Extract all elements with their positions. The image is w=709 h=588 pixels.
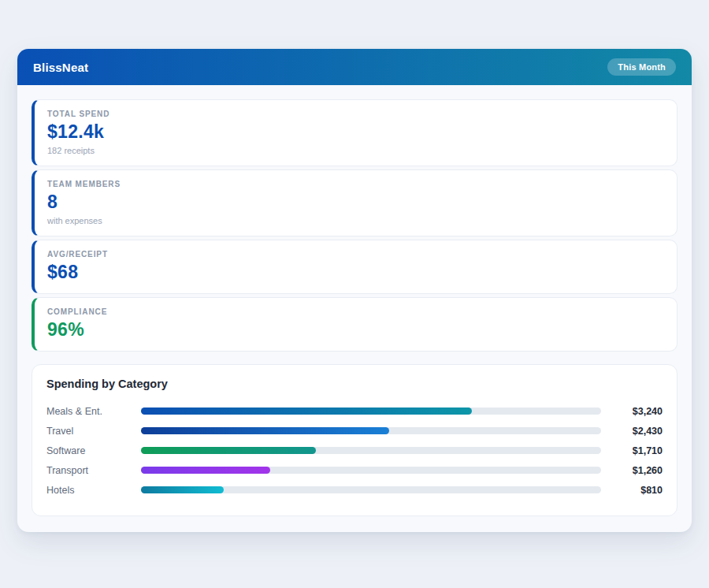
stat-card-team-members: TEAM MEMBERS 8 with expenses <box>32 169 677 236</box>
app-header: BlissNeat This Month <box>17 49 692 85</box>
category-label: Software <box>46 445 135 456</box>
stat-label: AVG/RECEIPT <box>47 250 664 259</box>
stat-value: 8 <box>47 192 664 213</box>
stat-label: TEAM MEMBERS <box>47 180 664 188</box>
stat-subtext: with expenses <box>47 216 664 225</box>
app-title: BlissNeat <box>33 61 88 74</box>
bar-track <box>141 408 601 415</box>
bar-track <box>141 447 601 454</box>
bar-fill <box>141 427 389 434</box>
dashboard-card: BlissNeat This Month TOTAL SPEND $12.4k … <box>17 49 692 532</box>
stat-value: $12.4k <box>47 121 664 143</box>
bar-fill <box>141 467 270 474</box>
stat-value: 96% <box>47 319 664 341</box>
category-amount: $2,430 <box>607 426 663 437</box>
dashboard-body: TOTAL SPEND $12.4k 182 receipts TEAM MEM… <box>17 85 692 532</box>
stat-label: TOTAL SPEND <box>47 110 664 118</box>
category-label: Meals & Ent. <box>46 406 135 417</box>
stat-subtext: 182 receipts <box>47 146 664 155</box>
bar-track <box>141 427 601 434</box>
chart-row: Software$1,710 <box>46 441 663 460</box>
chart-rows: Meals & Ent.$3,240Travel$2,430Software$1… <box>46 401 663 500</box>
bar-track <box>141 467 601 474</box>
category-label: Transport <box>46 465 135 476</box>
category-label: Travel <box>46 426 135 437</box>
bar-fill <box>141 447 316 454</box>
chart-title: Spending by Category <box>46 378 663 390</box>
stat-value: $68 <box>47 262 664 283</box>
category-amount: $1,710 <box>607 445 663 456</box>
category-label: Hotels <box>46 485 135 496</box>
chart-row: Meals & Ent.$3,240 <box>46 401 663 421</box>
period-badge[interactable]: This Month <box>607 58 676 76</box>
stat-card-compliance: COMPLIANCE 96% <box>32 297 677 352</box>
bar-track <box>141 486 601 493</box>
stat-card-total-spend: TOTAL SPEND $12.4k 182 receipts <box>32 99 677 166</box>
category-amount: $1,260 <box>607 465 663 476</box>
spending-by-category-chart: Spending by Category Meals & Ent.$3,240T… <box>32 364 677 516</box>
chart-row: Transport$1,260 <box>46 460 663 480</box>
stat-label: COMPLIANCE <box>47 307 664 316</box>
chart-row: Hotels$810 <box>46 480 663 500</box>
bar-fill <box>141 486 224 493</box>
category-amount: $810 <box>607 485 663 496</box>
stat-card-avg-receipt: AVG/RECEIPT $68 <box>32 240 677 294</box>
chart-row: Travel$2,430 <box>46 421 663 441</box>
bar-fill <box>141 408 472 415</box>
category-amount: $3,240 <box>607 406 663 417</box>
